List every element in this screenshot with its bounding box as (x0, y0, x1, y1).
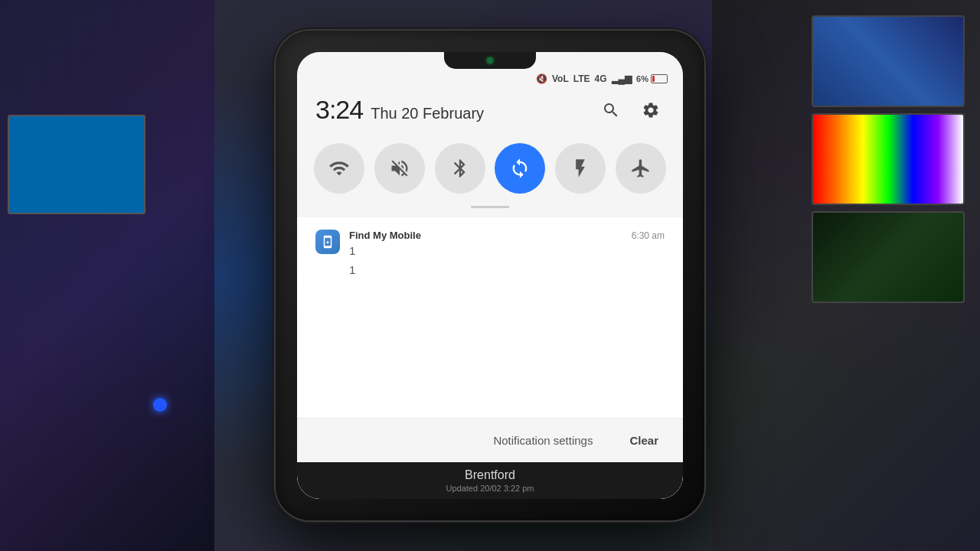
mute-icon: 🔇 (536, 73, 547, 84)
location-name: Brentford (465, 468, 515, 482)
panel-header: 3:24 Thu 20 February (297, 89, 683, 137)
sync-icon (509, 158, 531, 179)
battery-fill (652, 76, 655, 82)
header-icons (597, 96, 665, 124)
time-date-group: 3:24 Thu 20 February (315, 95, 484, 125)
mute-quick-btn[interactable] (374, 143, 425, 194)
search-button[interactable] (597, 96, 625, 124)
panel-actions: Notification settings Clear (297, 418, 683, 462)
notification-header-row: Find My Mobile 6:30 am (349, 230, 665, 241)
computer-screen-left (8, 115, 145, 214)
notification-item[interactable]: Find My Mobile 6:30 am 1 1 (315, 223, 665, 285)
tv-screens-group (812, 15, 965, 303)
airplane-icon (630, 158, 652, 179)
notifications-area: Find My Mobile 6:30 am 1 1 (297, 217, 683, 418)
time-display: 3:24 (315, 95, 363, 125)
phone-notch (444, 52, 536, 69)
airplane-quick-btn[interactable] (616, 143, 666, 194)
tv-screen-3 (812, 211, 965, 303)
wifi-quick-btn[interactable] (314, 143, 364, 194)
notification-app-name: Find My Mobile (349, 230, 421, 241)
panel-divider (471, 206, 509, 208)
notification-line-1: 1 (349, 241, 665, 260)
find-my-mobile-icon (321, 235, 335, 249)
bg-left-panel (0, 0, 214, 551)
wifi-icon (328, 158, 350, 179)
sync-quick-btn[interactable] (495, 143, 545, 194)
network-label: 4G (595, 73, 607, 84)
camera-dot (487, 57, 493, 64)
notification-time: 6:30 am (632, 230, 665, 241)
search-icon (602, 101, 620, 119)
quick-settings-row (297, 137, 683, 206)
date-display: Thu 20 February (371, 105, 484, 122)
location-update-time: Updated 20/02 3:22 pm (446, 484, 534, 493)
phone-wrapper: 🔇 VoL LTE 4G ▂▄▆ 6% 3:24 (241, 15, 739, 536)
volte-label: VoL (552, 73, 569, 84)
battery-indicator: 6% (636, 74, 668, 83)
battery-bar (651, 74, 668, 83)
lte-label: LTE (573, 73, 590, 84)
tv-screen-color-bars (812, 113, 965, 205)
signal-bars: ▂▄▆ (612, 73, 632, 84)
notification-settings-button[interactable]: Notification settings (487, 431, 599, 450)
tv-screen-1 (812, 15, 965, 107)
bluetooth-icon (449, 158, 471, 179)
settings-button[interactable] (637, 96, 665, 124)
notification-panel: 🔇 VoL LTE 4G ▂▄▆ 6% 3:24 (297, 52, 683, 499)
volume-mute-icon (389, 158, 410, 179)
notification-content: Find My Mobile 6:30 am 1 1 (349, 230, 665, 279)
notification-line-2: 1 (349, 260, 665, 279)
notification-app-icon (315, 230, 340, 254)
bluetooth-quick-btn[interactable] (435, 143, 485, 194)
settings-icon (642, 101, 660, 119)
clear-notifications-button[interactable]: Clear (623, 431, 665, 450)
flashlight-icon (570, 158, 591, 179)
blue-dot-decoration (153, 398, 167, 412)
bottom-bar: Brentford Updated 20/02 3:22 pm (297, 462, 683, 499)
phone-shell: 🔇 VoL LTE 4G ▂▄▆ 6% 3:24 (276, 31, 704, 520)
battery-percent: 6% (636, 74, 648, 83)
flashlight-quick-btn[interactable] (555, 143, 606, 194)
phone-screen: 🔇 VoL LTE 4G ▂▄▆ 6% 3:24 (297, 52, 683, 499)
